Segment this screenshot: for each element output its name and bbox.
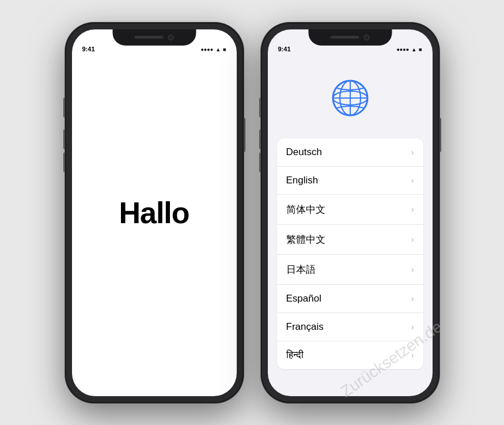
notch-1 xyxy=(112,29,196,46)
wifi-icon-2: ▲ xyxy=(411,47,416,52)
language-label-english: English xyxy=(286,175,319,186)
status-icons-1: ●●●● ▲ ■ xyxy=(200,47,226,52)
camera-2 xyxy=(364,35,370,40)
language-item-francais[interactable]: Français › xyxy=(277,313,423,341)
language-item-simplified-chinese[interactable]: 简体中文 › xyxy=(277,195,423,225)
language-label-francais: Français xyxy=(286,321,324,333)
language-label-hindi: हिन्दी xyxy=(286,349,304,361)
chevron-deutsch: › xyxy=(411,148,414,157)
language-list: Deutsch › English › 简体中文 › 繁體中文 › 日本語 xyxy=(277,138,423,369)
phone-2-screen: 9:41 ●●●● ▲ ■ xyxy=(268,29,433,396)
chevron-english: › xyxy=(411,176,414,185)
language-item-hindi[interactable]: हिन्दी › xyxy=(277,341,423,369)
language-item-deutsch[interactable]: Deutsch › xyxy=(277,138,423,167)
language-item-espanol[interactable]: Español › xyxy=(277,285,423,313)
chevron-traditional-chinese: › xyxy=(411,235,414,244)
language-item-english[interactable]: English › xyxy=(277,167,423,195)
notch-2 xyxy=(308,29,392,46)
language-label-traditional-chinese: 繁體中文 xyxy=(286,233,325,246)
language-content: Deutsch › English › 简体中文 › 繁體中文 › 日本語 xyxy=(268,55,433,396)
status-icons-2: ●●●● ▲ ■ xyxy=(396,47,422,52)
speaker-1 xyxy=(135,36,164,39)
phone-1: 9:41 ●●●● ▲ ■ Hallo xyxy=(65,22,244,403)
globe-icon xyxy=(330,78,370,118)
phone-2: 9:41 ●●●● ▲ ■ xyxy=(261,22,439,403)
signal-icon-1: ●●●● xyxy=(200,47,213,52)
language-label-deutsch: Deutsch xyxy=(286,146,322,158)
battery-icon-2: ■ xyxy=(419,47,422,52)
language-item-japanese[interactable]: 日本語 › xyxy=(277,255,423,285)
chevron-francais: › xyxy=(411,322,414,332)
camera-1 xyxy=(168,35,174,40)
language-label-espanol: Español xyxy=(286,293,321,304)
wifi-icon-1: ▲ xyxy=(215,47,221,52)
speaker-2 xyxy=(331,36,359,39)
chevron-hindi: › xyxy=(411,351,414,360)
status-time-1: 9:41 xyxy=(82,46,95,52)
phone-1-screen: 9:41 ●●●● ▲ ■ Hallo xyxy=(72,29,237,396)
language-label-japanese: 日本語 xyxy=(286,263,316,276)
chevron-simplified-chinese: › xyxy=(411,205,414,214)
chevron-japanese: › xyxy=(411,265,414,274)
language-item-traditional-chinese[interactable]: 繁體中文 › xyxy=(277,225,423,255)
signal-icon-2: ●●●● xyxy=(396,47,409,52)
chevron-espanol: › xyxy=(411,294,414,303)
battery-icon-1: ■ xyxy=(223,47,226,52)
status-time-2: 9:41 xyxy=(278,46,291,52)
hello-text: Hallo xyxy=(119,195,189,230)
language-label-simplified-chinese: 简体中文 xyxy=(286,203,325,216)
